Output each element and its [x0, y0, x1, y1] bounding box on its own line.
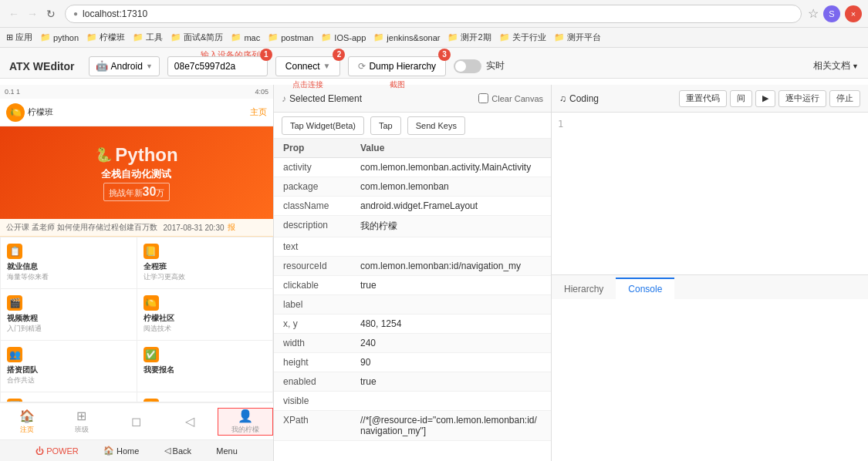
prop-value-cell: true	[351, 276, 551, 295]
forward-button[interactable]: →	[25, 6, 40, 22]
power-button[interactable]: ⏻ POWER	[35, 446, 79, 456]
code-editor[interactable]: 1	[552, 113, 868, 274]
banner-challenge: 挑战年新30万	[103, 183, 171, 201]
grid-item-team[interactable]: 👥 搭资团队 合作共达	[1, 341, 137, 392]
folder-icon: 📁	[268, 32, 279, 42]
reset-code-button[interactable]: 重置代码	[679, 90, 727, 107]
grid-item-enroll[interactable]: ✅ 我要报名	[137, 341, 273, 392]
grid-item-title: 全程班	[144, 261, 167, 272]
tap-button[interactable]: Tap	[370, 116, 401, 135]
arrow-right-button[interactable]: ▶	[755, 90, 775, 107]
table-row[interactable]: visible	[274, 392, 551, 411]
bottom-nav-back[interactable]: ◁	[163, 414, 217, 429]
annotation-num-1: 1	[260, 49, 272, 61]
bottom-nav-empty[interactable]: ◻	[109, 414, 163, 429]
table-row[interactable]: description我的柠檬	[274, 216, 551, 237]
android-icon: 🤖	[96, 60, 108, 72]
folder-icon: 📁	[40, 32, 51, 42]
grid-item-about[interactable]: ℹ️ 关于我们 好课合适入	[1, 392, 137, 402]
phone-bottom-area: 🏠 注页 ⊞ 班级 ◻ ◁ 👤 我的柠檬	[0, 402, 273, 461]
bookmark-star-button[interactable]: ☆	[808, 6, 819, 21]
coding-title: ♫ Coding	[559, 93, 599, 104]
table-row[interactable]: label	[274, 295, 551, 315]
bookmark-tools[interactable]: 📁 工具	[133, 32, 163, 43]
user-avatar-s: S	[823, 5, 840, 22]
prop-value-cell: 480, 1254	[351, 315, 551, 334]
power-icon: ⏻	[35, 446, 44, 456]
bookmark-platform[interactable]: 📁 测开平台	[554, 32, 601, 43]
table-row[interactable]: enabledtrue	[274, 372, 551, 392]
prop-value-cell: android.widget.FrameLayout	[351, 197, 551, 216]
home-sys-button[interactable]: 🏠 Home	[103, 446, 139, 456]
lemon-logo: 🍋 柠檬班	[6, 103, 53, 122]
menu-sys-button[interactable]: Menu	[216, 446, 238, 456]
clear-canvas-input[interactable]	[478, 93, 488, 103]
table-row[interactable]: height90	[274, 353, 551, 372]
annotation-dump-label: 截图	[390, 79, 405, 90]
table-row[interactable]: packagecom.lemon.lemonban	[274, 177, 551, 197]
send-keys-button[interactable]: Send Keys	[407, 116, 465, 135]
back-button[interactable]: ←	[6, 6, 22, 22]
bookmark-ios[interactable]: 📁 IOS-app	[321, 32, 366, 42]
grid-item-employment[interactable]: 📋 就业信息 海量等你来看	[1, 237, 137, 288]
bookmark-mac[interactable]: 📁 mac	[231, 32, 260, 42]
bookmark-industry[interactable]: 📁 关于行业	[499, 32, 546, 43]
refresh-button[interactable]: ↻	[43, 6, 59, 22]
grid-item-sub: 阅选技术	[144, 324, 171, 334]
docs-link[interactable]: 相关文档 ▼	[813, 59, 859, 72]
prop-name-cell: label	[274, 295, 351, 315]
grid-item-title: 我要报名	[144, 365, 174, 375]
bookmark-label: python	[53, 33, 79, 42]
connect-button[interactable]: Connect ▼	[275, 56, 341, 76]
bookmark-postman[interactable]: 📁 postman	[268, 32, 313, 42]
phone-banner: 🐍 Python 全栈自动化测试 挑战年新30万	[0, 126, 273, 219]
bottom-nav-class[interactable]: ⊞ 班级	[54, 409, 108, 435]
table-row[interactable]: text	[274, 237, 551, 257]
bottom-nav-home[interactable]: 🏠 注页	[0, 409, 54, 435]
banner-python-text: Python	[115, 144, 177, 166]
tab-console[interactable]: Console	[616, 278, 674, 299]
tab-hierarchy[interactable]: Hierarchy	[552, 278, 616, 299]
team-icon: 👥	[7, 347, 22, 362]
bookmark-label: 测开2期	[461, 32, 491, 43]
table-row[interactable]: classNameandroid.widget.FrameLayout	[274, 197, 551, 216]
platform-selector[interactable]: 🤖 Android ▼	[89, 56, 160, 76]
bookmark-apps[interactable]: ⊞ 应用	[6, 32, 32, 43]
annotation-num-3: 3	[438, 49, 451, 61]
bookmark-label: postman	[281, 33, 313, 42]
status-left: 0.1 1	[5, 88, 20, 96]
table-row[interactable]: activitycom.lemon.lemonban.activity.Main…	[274, 158, 551, 177]
bookmark-interview[interactable]: 📁 面试&简历	[171, 32, 223, 43]
table-row[interactable]: clickabletrue	[274, 276, 551, 295]
home-sys-label: Home	[117, 446, 139, 456]
back-sys-button[interactable]: ◁ Back	[164, 446, 191, 456]
bookmark-label: 柠檬班	[100, 32, 125, 43]
table-row[interactable]: width240	[274, 334, 551, 353]
bookmark-lemon[interactable]: 📁 柠檬班	[86, 32, 125, 43]
address-bar[interactable]: ● localhost:17310	[65, 5, 802, 23]
community-icon: 🍋	[144, 295, 159, 311]
grid-item-community[interactable]: 🍋 柠檬社区 阅选技术	[137, 289, 273, 340]
run-button[interactable]: 逐中运行	[778, 90, 826, 107]
format-button[interactable]: 间	[730, 90, 752, 107]
bookmark-python[interactable]: 📁 python	[40, 32, 79, 42]
bottom-nav-profile[interactable]: 👤 我的柠檬	[218, 408, 273, 436]
table-row[interactable]: XPath//*[@resource-id="com.lemon.lemonba…	[274, 411, 551, 441]
table-row[interactable]: x, y480, 1254	[274, 315, 551, 334]
phone-sys-nav: ⏻ POWER 🏠 Home ◁ Back Menu	[0, 439, 273, 461]
grid-item-fullcourse[interactable]: 📒 全程班 让学习更高效	[137, 237, 273, 288]
platform-label: Android	[111, 61, 143, 72]
grid-item-reward[interactable]: 🏆 推荐有奖 好友合适人	[137, 392, 273, 402]
clear-canvas-checkbox[interactable]: Clear Canvas	[478, 93, 543, 103]
bookmark-ce2[interactable]: 📁 测开2期	[448, 32, 491, 43]
bookmark-jenkins[interactable]: 📁 jenkins&sonar	[373, 32, 440, 42]
stop-button[interactable]: 停止	[829, 90, 860, 107]
tap-widget-button[interactable]: Tap Widget(Beta)	[282, 116, 364, 135]
device-id-input[interactable]	[167, 56, 268, 76]
tab-console-label: Console	[628, 284, 662, 294]
coding-toolbar: ♫ Coding 重置代码 间 ▶ 逐中运行 停止	[552, 85, 868, 113]
dump-hierarchy-button[interactable]: ⟳ Dump Hierarchy	[348, 56, 446, 76]
realtime-toggle-switch[interactable]	[454, 59, 481, 73]
table-row[interactable]: resourceIdcom.lemon.lemonban:id/navigati…	[274, 257, 551, 276]
grid-item-video[interactable]: 🎬 视频教程 入门到精通	[1, 289, 137, 340]
